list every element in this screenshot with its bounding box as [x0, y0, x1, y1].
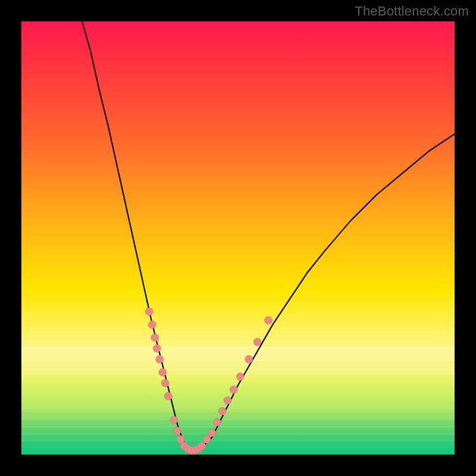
marker-dot — [151, 334, 159, 342]
plot-area — [21, 21, 455, 455]
bottleneck-curve — [82, 21, 455, 450]
marker-dot — [230, 386, 237, 393]
marker-dot — [208, 429, 216, 437]
marker-dot — [148, 321, 156, 328]
marker-dot — [218, 408, 226, 415]
marker-dot — [159, 368, 167, 376]
curve-svg — [21, 21, 455, 455]
marker-dot — [224, 397, 231, 405]
marker-dot — [174, 427, 181, 434]
marker-dot — [153, 345, 161, 352]
marker-dot — [156, 355, 164, 363]
marker-dot — [145, 308, 153, 315]
marker-dot — [264, 317, 272, 324]
marker-dot — [203, 436, 211, 443]
marker-dot — [198, 442, 205, 450]
chart-frame: TheBottleneck.com — [0, 0, 476, 476]
marker-dot — [170, 416, 178, 424]
marker-dot — [164, 392, 172, 400]
marker-dot — [161, 379, 169, 387]
marker-dot — [214, 418, 221, 426]
marker-dot — [253, 338, 261, 346]
marker-dot — [245, 355, 253, 363]
curve-markers — [145, 308, 272, 454]
watermark-text: TheBottleneck.com — [355, 4, 469, 19]
marker-dot — [236, 372, 244, 380]
